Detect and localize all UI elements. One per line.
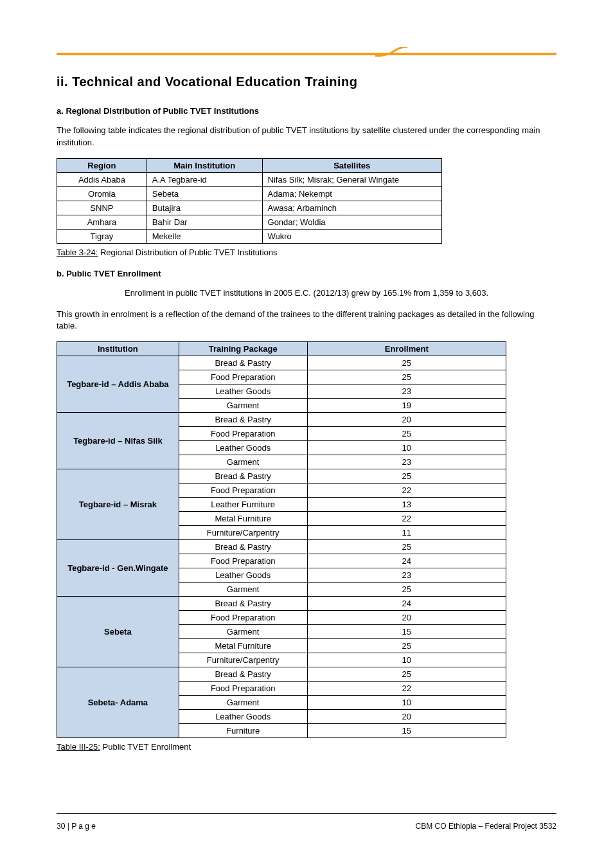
table-cell: Bread & Pastry xyxy=(179,356,307,370)
table-cell: 25 xyxy=(307,667,506,682)
table-cell: 10 xyxy=(307,653,506,667)
table-cell: Bread & Pastry xyxy=(179,540,307,554)
section-b-para-1: Enrollment in public TVET institutions i… xyxy=(57,287,556,300)
header-rule-swoop xyxy=(375,47,407,57)
table-regional-distribution: Region Main Institution Satellites Addis… xyxy=(57,158,442,244)
table-cell: 23 xyxy=(307,384,506,399)
table-cell: 25 xyxy=(307,370,506,384)
table2-caption-text: Public TVET Enrollment xyxy=(100,742,191,752)
table-cell: Furniture/Carpentry xyxy=(179,526,307,540)
table-cell: Gondar; Woldia xyxy=(262,215,441,229)
th-satellites: Satellites xyxy=(262,158,441,172)
table-cell: 23 xyxy=(307,568,506,583)
table-rowhead: Tegbare-id - Gen.Wingate xyxy=(57,540,179,597)
table-cell: 24 xyxy=(307,554,506,568)
table-cell: Sebeta xyxy=(147,186,262,201)
th-institution: Institution xyxy=(57,342,179,356)
table-cell: 25 xyxy=(307,540,506,554)
table-cell: Bahir Dar xyxy=(147,215,262,229)
header-rule xyxy=(57,50,556,57)
table-cell: 20 xyxy=(307,611,506,625)
table-cell: Mekelle xyxy=(147,229,262,243)
table-cell: Metal Furniture xyxy=(179,512,307,526)
table-row: AmharaBahir DarGondar; Woldia xyxy=(57,215,442,229)
table1-caption: Table 3-24: Regional Distribution of Pub… xyxy=(57,248,556,257)
th-enrollment: Enrollment xyxy=(307,342,506,356)
footer: 30 | P a g e CBM CO Ethiopia – Federal P… xyxy=(57,822,556,831)
table2-caption: Table III-25: Public TVET Enrollment xyxy=(57,742,556,752)
table-cell: 25 xyxy=(307,583,506,597)
table-row: Tegbare-id – Addis AbabaBread & Pastry25 xyxy=(57,356,506,370)
table-cell: Garment xyxy=(179,399,307,413)
table-row: Addis AbabaA.A Tegbare-idNifas Silk; Mis… xyxy=(57,172,442,186)
table-row: OromiaSebetaAdama; Nekempt xyxy=(57,186,442,201)
table-cell: Food Preparation xyxy=(179,611,307,625)
footer-rule xyxy=(57,813,556,814)
table-cell: Food Preparation xyxy=(179,484,307,498)
table-cell: 13 xyxy=(307,498,506,512)
table-cell: Awasa; Arbaminch xyxy=(262,201,441,215)
section-b-heading: b. Public TVET Enrollment xyxy=(57,269,556,278)
table-cell: Addis Ababa xyxy=(57,172,147,186)
table-cell: 25 xyxy=(307,427,506,441)
th-training-package: Training Package xyxy=(179,342,307,356)
table1-caption-text: Regional Distribution of Public TVET Ins… xyxy=(98,248,277,257)
table-cell: Garment xyxy=(179,696,307,710)
table-cell: Leather Goods xyxy=(179,384,307,399)
section-a-intro: The following table indicates the region… xyxy=(57,125,556,149)
table-row: Tegbare-id – MisrakBread & Pastry25 xyxy=(57,469,506,484)
table-cell: Garment xyxy=(179,583,307,597)
table-cell: Bread & Pastry xyxy=(179,413,307,427)
table-cell: 19 xyxy=(307,399,506,413)
footer-page-number: 30 | P a g e xyxy=(57,822,96,831)
table-cell: Leather Furniture xyxy=(179,498,307,512)
table-enrollment: Institution Training Package Enrollment … xyxy=(57,341,506,738)
table-rowhead: Sebeta xyxy=(57,597,179,667)
table-row: Sebeta- AdamaBread & Pastry25 xyxy=(57,667,506,682)
table-cell: 25 xyxy=(307,356,506,370)
table-cell: 24 xyxy=(307,597,506,611)
table-cell: 10 xyxy=(307,441,506,455)
table-rowhead: Tegbare-id – Misrak xyxy=(57,469,179,540)
table-cell: 11 xyxy=(307,526,506,540)
table-row: Institution Training Package Enrollment xyxy=(57,342,506,356)
table-cell: 22 xyxy=(307,484,506,498)
table-cell: Bread & Pastry xyxy=(179,667,307,682)
table-cell: 22 xyxy=(307,512,506,526)
header-rule-line xyxy=(57,53,556,55)
table-row: Tegbare-id - Gen.WingateBread & Pastry25 xyxy=(57,540,506,554)
table-cell: Leather Goods xyxy=(179,710,307,724)
table-cell: Metal Furniture xyxy=(179,639,307,653)
table-cell: Food Preparation xyxy=(179,554,307,568)
table-cell: Furniture/Carpentry xyxy=(179,653,307,667)
table-cell: Tigray xyxy=(57,229,147,243)
page-title: ii. Technical and Vocational Education T… xyxy=(57,75,556,89)
table-cell: 25 xyxy=(307,639,506,653)
table-row: TigrayMekelleWukro xyxy=(57,229,442,243)
table-cell: Bread & Pastry xyxy=(179,597,307,611)
table-cell: A.A Tegbare-id xyxy=(147,172,262,186)
table2-caption-number: Table III-25: xyxy=(57,742,100,752)
table1-caption-number: Table 3-24: xyxy=(57,248,98,257)
table-cell: Garment xyxy=(179,455,307,469)
table-cell: 15 xyxy=(307,724,506,738)
table-cell: 10 xyxy=(307,696,506,710)
table-row: SebetaBread & Pastry24 xyxy=(57,597,506,611)
table-cell: 20 xyxy=(307,413,506,427)
table-cell: Wukro xyxy=(262,229,441,243)
table-cell: Oromia xyxy=(57,186,147,201)
table-cell: Furniture xyxy=(179,724,307,738)
th-main-institution: Main Institution xyxy=(147,158,262,172)
section-a-heading: a. Regional Distribution of Public TVET … xyxy=(57,106,556,116)
table-cell: SNNP xyxy=(57,201,147,215)
table-cell: 22 xyxy=(307,682,506,696)
table-row: Region Main Institution Satellites xyxy=(57,158,442,172)
table-cell: Nifas Silk; Misrak; General Wingate xyxy=(262,172,441,186)
table-rowhead: Sebeta- Adama xyxy=(57,667,179,738)
table-cell: Food Preparation xyxy=(179,682,307,696)
section-b-para-2: This growth in enrolment is a reflection… xyxy=(57,309,556,333)
footer-project: CBM CO Ethiopia – Federal Project 3532 xyxy=(416,822,556,831)
table-cell: Food Preparation xyxy=(179,370,307,384)
table-cell: Garment xyxy=(179,625,307,639)
table-cell: Leather Goods xyxy=(179,568,307,583)
